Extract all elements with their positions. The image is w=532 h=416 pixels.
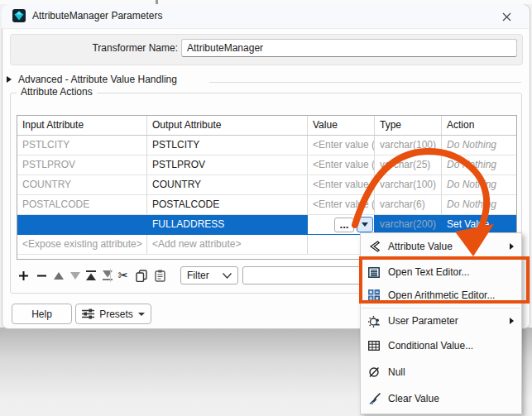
cell-add-new[interactable]: <Add new attribute> bbox=[147, 235, 308, 254]
cell-type[interactable]: varchar(25) bbox=[375, 155, 442, 175]
menu-separator bbox=[362, 308, 520, 308]
caret-down-icon bbox=[138, 313, 145, 316]
transformer-name-input[interactable] bbox=[181, 39, 517, 57]
help-button-label: Help bbox=[31, 308, 52, 320]
cell-input-attribute[interactable]: COUNTRY bbox=[17, 175, 147, 194]
menu-item-label: Clear Value bbox=[388, 393, 439, 404]
table-row: COUNTRY COUNTRY <Enter value (optional)>… bbox=[17, 175, 516, 195]
sliders-icon bbox=[82, 308, 94, 319]
menu-item-open-arithmetic-editor[interactable]: Open Arithmetic Editor... bbox=[361, 284, 521, 307]
table-row: PSTLPROV PSTLPROV <Enter value (optional… bbox=[17, 155, 516, 175]
cell-action[interactable]: Do Nothing bbox=[442, 136, 516, 155]
close-button[interactable] bbox=[493, 7, 520, 26]
to-bottom-icon bbox=[103, 270, 113, 280]
cell-action[interactable]: Do Nothing bbox=[442, 175, 516, 194]
move-up-button[interactable] bbox=[50, 267, 67, 284]
collapsed-arrow-icon bbox=[7, 76, 12, 83]
table-row: PSTLCITY PSTLCITY <Enter value (optional… bbox=[17, 136, 516, 155]
menu-item-label: Open Text Editor... bbox=[388, 266, 470, 278]
add-row-button[interactable] bbox=[15, 267, 31, 284]
minus-icon bbox=[36, 270, 47, 281]
to-top-icon bbox=[86, 270, 96, 280]
attribute-actions-label: Attribute Actions bbox=[17, 86, 97, 98]
clear-value-icon bbox=[367, 392, 381, 405]
value-dropdown-button[interactable] bbox=[357, 217, 373, 232]
menu-item-label: User Parameter bbox=[388, 315, 458, 327]
toolbar-separator bbox=[110, 269, 111, 282]
cell-output-attribute[interactable]: FULLADDRESS bbox=[147, 215, 308, 234]
cell-type[interactable]: varchar(100) bbox=[375, 136, 442, 155]
advanced-section-toggle[interactable]: Advanced - Attribute Value Handling bbox=[7, 73, 177, 86]
plus-icon bbox=[18, 270, 29, 281]
filter-dropdown-label: Filter bbox=[187, 270, 223, 281]
cell-input-attribute[interactable]: POSTALCODE bbox=[17, 195, 147, 214]
conditional-value-icon bbox=[367, 339, 381, 352]
menu-item-conditional-value[interactable]: Conditional Value... bbox=[361, 332, 521, 359]
down-arrow-icon bbox=[70, 272, 80, 280]
remove-row-button[interactable] bbox=[33, 267, 50, 284]
copy-button[interactable] bbox=[133, 267, 150, 284]
cut-button[interactable]: ✂ bbox=[115, 267, 132, 284]
presets-button-label: Presets bbox=[99, 308, 133, 320]
text-editor-icon bbox=[367, 265, 381, 279]
value-context-menu: Attribute Value Open Text Editor... bbox=[360, 232, 522, 414]
menu-item-label: Attribute Value bbox=[388, 241, 453, 252]
cell-value[interactable]: <Enter value (optional)> bbox=[308, 175, 375, 194]
cell-value[interactable]: <Enter value (optional)> bbox=[308, 136, 375, 155]
advanced-section-label: Advanced - Attribute Value Handling bbox=[18, 74, 177, 85]
menu-item-label: Conditional Value... bbox=[388, 340, 473, 351]
cell-input-attribute[interactable]: PSTLCITY bbox=[17, 136, 147, 155]
move-to-bottom-button[interactable] bbox=[99, 267, 116, 284]
cell-action[interactable]: Do Nothing bbox=[442, 155, 516, 175]
cell-action[interactable]: Do Nothing bbox=[442, 195, 516, 214]
header-type: Type bbox=[375, 116, 442, 135]
cell-value[interactable]: <Enter value (optional)> bbox=[308, 195, 375, 214]
cell-output-attribute[interactable]: PSTLCITY bbox=[147, 136, 308, 155]
cell-type[interactable]: varchar(100) bbox=[375, 175, 442, 194]
screenshot-stage: AttributeManager Parameters Transformer … bbox=[0, 0, 532, 416]
header-value: Value bbox=[308, 116, 375, 135]
copy-icon bbox=[136, 270, 147, 282]
header-output-attribute: Output Attribute bbox=[147, 116, 308, 135]
null-icon bbox=[367, 366, 381, 379]
cell-type[interactable]: varchar(6) bbox=[375, 195, 442, 214]
paste-button[interactable] bbox=[151, 267, 168, 284]
scissors-icon: ✂ bbox=[118, 268, 129, 283]
arithmetic-editor-icon bbox=[367, 289, 381, 302]
open-editor-ellipsis-button[interactable]: ... bbox=[334, 218, 354, 232]
cell-type[interactable]: varchar(200) bbox=[375, 215, 442, 234]
menu-item-label: Null bbox=[388, 366, 405, 378]
paste-icon bbox=[155, 270, 165, 282]
presets-button[interactable]: Presets bbox=[75, 304, 151, 324]
cell-input-attribute[interactable]: PSTLPROV bbox=[17, 155, 147, 175]
help-button[interactable]: Help bbox=[12, 304, 72, 324]
cell-output-attribute[interactable]: COUNTRY bbox=[147, 175, 308, 194]
header-input-attribute: Input Attribute bbox=[17, 116, 147, 135]
cell-output-attribute[interactable]: POSTALCODE bbox=[147, 195, 308, 214]
dropdown-arrow-icon bbox=[362, 222, 368, 227]
submenu-arrow-icon bbox=[510, 243, 514, 250]
cell-expose-existing[interactable]: <Expose existing attribute> bbox=[17, 235, 147, 254]
section-divider bbox=[209, 82, 521, 83]
menu-separator bbox=[362, 259, 520, 260]
cell-value[interactable]: <Enter value (optional)> bbox=[308, 155, 375, 175]
menu-item-attribute-value[interactable]: Attribute Value bbox=[361, 235, 521, 258]
cell-input-attribute[interactable] bbox=[17, 215, 147, 234]
table-header-row: Input Attribute Output Attribute Value T… bbox=[17, 116, 516, 136]
cell-action[interactable]: Set Value bbox=[442, 215, 516, 234]
user-parameter-icon bbox=[367, 314, 381, 328]
menu-item-label: Open Arithmetic Editor... bbox=[388, 289, 495, 301]
menu-item-clear-value[interactable]: Clear Value bbox=[361, 385, 521, 412]
move-down-button[interactable] bbox=[67, 267, 84, 284]
submenu-arrow-icon bbox=[510, 318, 514, 324]
attribute-value-icon bbox=[367, 240, 381, 253]
chevron-down-icon bbox=[223, 273, 232, 279]
menu-item-user-parameter[interactable]: User Parameter bbox=[361, 309, 521, 332]
header-action: Action bbox=[442, 116, 516, 135]
menu-item-open-text-editor[interactable]: Open Text Editor... bbox=[361, 261, 521, 284]
move-to-top-button[interactable] bbox=[83, 267, 99, 284]
transformer-gem-icon bbox=[12, 9, 26, 22]
menu-item-null[interactable]: Null bbox=[361, 359, 521, 385]
cell-output-attribute[interactable]: PSTLPROV bbox=[147, 155, 308, 175]
filter-dropdown[interactable]: Filter bbox=[180, 266, 238, 285]
